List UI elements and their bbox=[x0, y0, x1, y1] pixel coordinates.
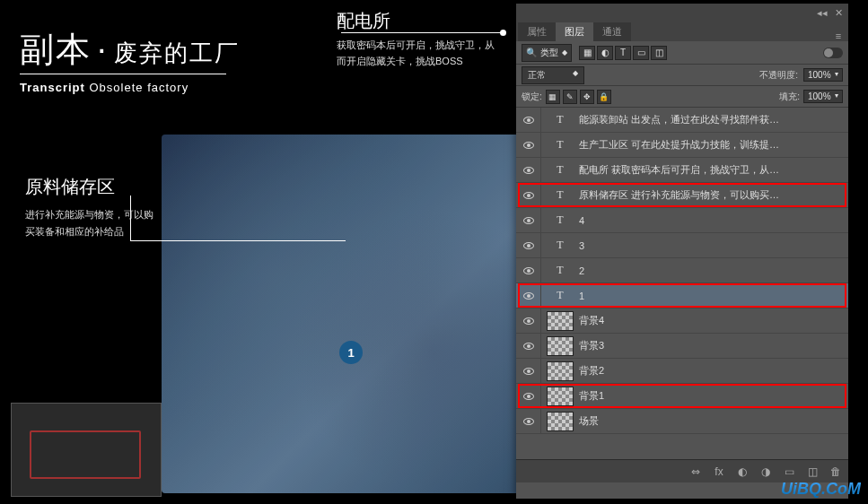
visibility-toggle[interactable] bbox=[516, 384, 541, 408]
layer-name: 1 bbox=[579, 291, 848, 301]
eye-icon bbox=[523, 267, 534, 274]
eye-icon bbox=[523, 393, 534, 400]
title-sub: 废弃的工厂 bbox=[114, 39, 240, 66]
title-cn: 副本·废弃的工厂 bbox=[20, 27, 240, 73]
visibility-toggle[interactable] bbox=[516, 359, 541, 383]
map-marker-1: 1 bbox=[339, 341, 363, 364]
layer-name: 背景1 bbox=[579, 389, 848, 403]
layer-row[interactable]: T3 bbox=[516, 233, 848, 258]
layer-row[interactable]: T生产工业区 可在此处提升战力技能，训练提… bbox=[516, 133, 848, 158]
filter-toggle[interactable] bbox=[823, 48, 843, 58]
visibility-toggle[interactable] bbox=[516, 258, 541, 282]
visibility-toggle[interactable] bbox=[516, 233, 541, 257]
opacity-value: 100% bbox=[808, 70, 831, 80]
layer-row[interactable]: 背景1 bbox=[516, 384, 848, 409]
fx-icon[interactable]: fx bbox=[712, 465, 726, 479]
visibility-toggle[interactable] bbox=[516, 108, 541, 132]
lock-pixels-icon[interactable]: ✎ bbox=[563, 90, 577, 104]
filter-pixel-icon[interactable]: ▦ bbox=[579, 46, 595, 60]
opacity-input[interactable]: 100% ▾ bbox=[803, 68, 843, 82]
visibility-toggle[interactable] bbox=[516, 334, 541, 358]
lock-label: 锁定: bbox=[522, 91, 542, 103]
tab-properties[interactable]: 属性 bbox=[518, 22, 556, 41]
trash-icon[interactable]: 🗑 bbox=[829, 465, 843, 479]
lock-icons: ▦ ✎ ✥ 🔒 bbox=[546, 90, 611, 104]
artwork-illustration bbox=[162, 135, 548, 493]
title-en-rest: Obsolete factory bbox=[89, 81, 189, 94]
mask-icon[interactable]: ◐ bbox=[735, 465, 750, 479]
visibility-toggle[interactable] bbox=[516, 208, 541, 232]
lock-position-icon[interactable]: ✥ bbox=[580, 90, 594, 104]
fill-value: 100% bbox=[808, 91, 831, 101]
minimap bbox=[11, 403, 162, 497]
visibility-toggle[interactable] bbox=[516, 158, 541, 182]
filter-kind-dropdown[interactable]: 🔍 类型 ◆ bbox=[522, 44, 572, 62]
eye-icon bbox=[523, 192, 534, 199]
eye-icon bbox=[523, 292, 534, 300]
desc-storage: 进行补充能源与物资，可以购买装备和相应的补给品 bbox=[25, 206, 160, 239]
adjustment-icon[interactable]: ◑ bbox=[758, 465, 773, 479]
visibility-toggle[interactable] bbox=[516, 183, 541, 207]
panel-close-icon[interactable]: ✕ bbox=[832, 7, 845, 18]
layer-row[interactable]: 背景4 bbox=[516, 308, 848, 334]
eye-icon bbox=[523, 242, 534, 249]
layer-row[interactable]: T1 bbox=[516, 283, 848, 308]
panel-tabs: 属性 图层 通道 ≡ bbox=[516, 22, 848, 41]
title-underline bbox=[20, 74, 226, 74]
filter-row: 🔍 类型 ◆ ▦ ◐ T ▭ ◫ bbox=[516, 41, 848, 65]
chevron-down-icon: ▾ bbox=[835, 91, 838, 101]
layer-name: 背景3 bbox=[579, 339, 848, 352]
layer-row[interactable]: T4 bbox=[516, 208, 848, 233]
blend-mode-dropdown[interactable]: 正常 ◆ bbox=[522, 66, 584, 84]
eye-icon bbox=[523, 368, 534, 375]
search-icon: 🔍 bbox=[526, 48, 537, 57]
link-layers-icon[interactable]: ⇔ bbox=[688, 465, 703, 479]
blend-mode-value: 正常 bbox=[528, 69, 546, 82]
title-dot: · bbox=[97, 30, 109, 68]
visibility-toggle[interactable] bbox=[516, 308, 541, 333]
visibility-toggle[interactable] bbox=[516, 133, 541, 157]
leader-line-left-h bbox=[130, 240, 346, 241]
layer-row[interactable]: 背景2 bbox=[516, 359, 848, 384]
filter-smart-icon[interactable]: ◫ bbox=[651, 46, 667, 60]
new-layer-icon[interactable]: ◫ bbox=[805, 465, 820, 479]
layer-row[interactable]: T2 bbox=[516, 258, 848, 283]
group-icon[interactable]: ▭ bbox=[782, 465, 796, 479]
eye-icon bbox=[523, 343, 534, 350]
eye-icon bbox=[523, 217, 534, 224]
visibility-toggle[interactable] bbox=[516, 409, 541, 433]
text-layer-icon: T bbox=[547, 211, 574, 230]
tab-channels[interactable]: 通道 bbox=[593, 22, 631, 41]
layer-row[interactable]: T配电所 获取密码本后可开启，挑战守卫，从… bbox=[516, 158, 848, 183]
blend-row: 正常 ◆ 不透明度: 100% ▾ bbox=[516, 65, 848, 86]
text-layer-icon: T bbox=[547, 161, 574, 180]
filter-type-icons: ▦ ◐ T ▭ ◫ bbox=[579, 46, 667, 60]
eye-icon bbox=[523, 418, 534, 425]
lock-all-icon[interactable]: 🔒 bbox=[597, 90, 611, 104]
layer-name: 原料储存区 进行补充能源与物资，可以购买… bbox=[579, 188, 848, 202]
lock-row: 锁定: ▦ ✎ ✥ 🔒 填充: 100% ▾ bbox=[516, 86, 848, 108]
layer-row[interactable]: 场景 bbox=[516, 409, 848, 434]
fill-input[interactable]: 100% ▾ bbox=[803, 90, 843, 103]
panel-collapse-icon[interactable]: ◂◂ bbox=[816, 7, 829, 18]
watermark: UiBQ.CoM bbox=[781, 480, 861, 499]
label-distribution: 配电所 bbox=[337, 9, 390, 33]
filter-adjust-icon[interactable]: ◐ bbox=[597, 46, 613, 60]
filter-shape-icon[interactable]: ▭ bbox=[633, 46, 649, 60]
tab-layers[interactable]: 图层 bbox=[556, 22, 593, 41]
layers-list[interactable]: T能源装卸站 出发点，通过在此处寻找部件获…T生产工业区 可在此处提升战力技能，… bbox=[516, 108, 848, 459]
filter-text-icon[interactable]: T bbox=[615, 46, 631, 60]
lock-transparent-icon[interactable]: ▦ bbox=[546, 90, 560, 104]
layer-row[interactable]: T能源装卸站 出发点，通过在此处寻找部件获… bbox=[516, 108, 848, 133]
label-storage: 原料储存区 bbox=[25, 175, 115, 199]
visibility-toggle[interactable] bbox=[516, 283, 541, 308]
eye-icon bbox=[523, 317, 534, 325]
layer-row[interactable]: 背景3 bbox=[516, 334, 848, 359]
layer-row[interactable]: T原料储存区 进行补充能源与物资，可以购买… bbox=[516, 183, 848, 208]
chevron-down-icon: ◆ bbox=[562, 48, 567, 56]
leader-line-top bbox=[341, 32, 503, 33]
layers-panel: ◂◂ ✕ 属性 图层 通道 ≡ 🔍 类型 ◆ ▦ ◐ T ▭ ◫ 正常 ◆ 不透… bbox=[516, 4, 848, 499]
panel-menu-icon[interactable]: ≡ bbox=[832, 30, 845, 41]
layer-thumbnail bbox=[547, 412, 574, 431]
layer-name: 2 bbox=[579, 265, 848, 276]
